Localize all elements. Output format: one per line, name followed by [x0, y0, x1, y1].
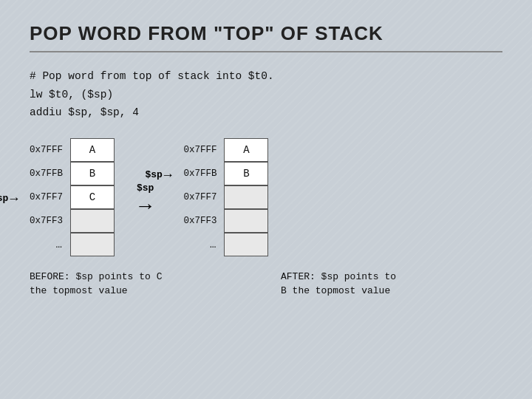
before-cell-0: A [70, 138, 115, 162]
after-label-2: 0x7FF7 [183, 185, 219, 209]
caption-before-line1: BEFORE: $sp points to C [30, 270, 281, 284]
before-label-4: … [56, 233, 66, 256]
after-diagram: $sp → 0x7FFF 0x7FFB 0x7FF7 0x7FF3 … A B [183, 138, 268, 256]
diagrams-row: $sp → 0x7FFF 0x7FFB 0x7FF7 0x7FF3 … A B … [30, 138, 502, 256]
caption-row: BEFORE: $sp points to C the topmost valu… [30, 270, 502, 299]
caption-after: AFTER: $sp points to B the topmost value [281, 270, 502, 299]
code-line-3: addiu $sp, $sp, 4 [30, 103, 502, 122]
caption-before-line2: the topmost value [30, 284, 281, 299]
before-label-3: 0x7FF3 [30, 209, 66, 233]
before-label-1: 0x7FFB [30, 162, 66, 185]
before-sp-arrow: → [10, 191, 18, 206]
middle-arrow-icon: → [139, 195, 151, 218]
after-label-3: 0x7FF3 [183, 209, 219, 233]
code-line-1: # Pop word from top of stack into $t0. [30, 67, 502, 86]
before-stack-cells: A B C [70, 138, 115, 256]
code-block: # Pop word from top of stack into $t0. l… [30, 67, 502, 122]
before-diagram: $sp → 0x7FFF 0x7FFB 0x7FF7 0x7FF3 … A B … [30, 138, 115, 256]
after-cell-1: B [224, 162, 268, 185]
slide-title: POP WORD FROM "TOP" OF STACK [30, 22, 502, 52]
caption-after-line1: AFTER: $sp points to [281, 270, 502, 284]
before-label-2: 0x7FF7 [30, 185, 66, 209]
before-sp-label: $sp [0, 193, 8, 204]
after-cell-2 [224, 185, 268, 209]
after-label-0: 0x7FFF [183, 138, 219, 162]
after-stack-labels: 0x7FFF 0x7FFB 0x7FF7 0x7FF3 … [183, 138, 219, 256]
code-line-2: lw $t0, ($sp) [30, 86, 502, 104]
after-stack-cells: A B [224, 138, 268, 256]
before-stack-labels: 0x7FFF 0x7FFB 0x7FF7 0x7FF3 … [30, 138, 66, 256]
before-cell-3 [70, 209, 115, 233]
after-sp-label: $sp [145, 169, 162, 180]
before-label-0: 0x7FFF [30, 138, 66, 162]
slide: POP WORD FROM "TOP" OF STACK # Pop word … [0, 0, 532, 399]
before-cell-4 [70, 233, 115, 256]
after-cell-0: A [224, 138, 268, 162]
caption-after-line2: B the topmost value [281, 284, 502, 299]
after-label-1: 0x7FFB [183, 162, 219, 185]
after-label-4: … [210, 233, 219, 256]
middle-sp-label: $sp [137, 183, 154, 194]
caption-before: BEFORE: $sp points to C the topmost valu… [30, 270, 281, 299]
after-sp-arrow: → [164, 168, 172, 183]
before-cell-2: C [70, 185, 115, 209]
before-cell-1: B [70, 162, 115, 185]
after-cell-4 [224, 233, 268, 256]
after-cell-3 [224, 209, 268, 233]
